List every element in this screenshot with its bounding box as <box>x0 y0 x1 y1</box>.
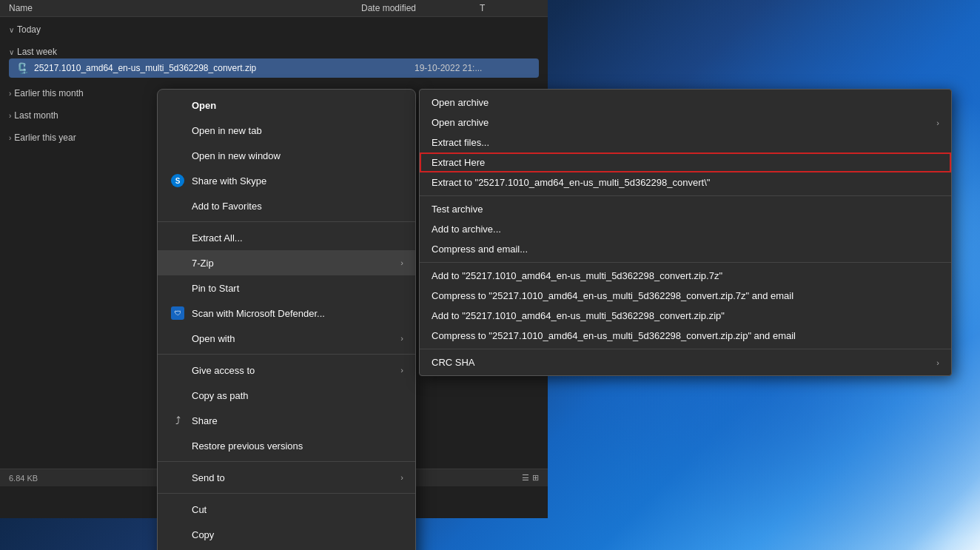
group-last-week-label: Last week <box>17 47 57 57</box>
submenu-7zip: Open archive Open archive › Extract file… <box>419 89 952 376</box>
menu-give-access[interactable]: Give access to › <box>158 358 415 383</box>
submenu-compress-7z-email-label: Compress to "25217.1010_amd64_en-us_mult… <box>432 290 793 301</box>
menu-open-new-tab[interactable]: Open in new tab <box>158 118 415 143</box>
view-grid-icon[interactable]: ⊞ <box>532 473 539 483</box>
extract-all-icon <box>170 229 186 246</box>
menu-share-label: Share <box>192 415 403 426</box>
menu-7zip-label: 7-Zip <box>192 258 400 269</box>
group-today: ∨ Today <box>0 17 548 39</box>
submenu-sep-2 <box>420 262 951 263</box>
menu-cut-label: Cut <box>192 504 403 515</box>
submenu-test-archive-label: Test archive <box>432 204 483 215</box>
menu-send-to[interactable]: Send to › <box>158 465 415 490</box>
menu-open-label: Open <box>192 100 403 111</box>
menu-add-favorites[interactable]: Add to Favorites <box>158 193 415 218</box>
col-date-header[interactable]: Date modified <box>361 3 480 13</box>
chevron-last-week: ∨ <box>9 48 14 56</box>
menu-scan-defender[interactable]: 🛡 Scan with Microsoft Defender... <box>158 301 415 326</box>
submenu-open-archive-2-label: Open archive <box>432 117 489 128</box>
group-last-week-header[interactable]: ∨ Last week <box>9 42 539 58</box>
give-access-arrow: › <box>400 366 403 375</box>
separator-1 <box>158 221 415 222</box>
submenu-compress-7z-email[interactable]: Compress to "25217.1010_amd64_en-us_mult… <box>420 286 951 306</box>
cut-icon <box>170 501 186 517</box>
menu-restore-versions[interactable]: Restore previous versions <box>158 433 415 458</box>
menu-open-with[interactable]: Open with › <box>158 326 415 351</box>
submenu-add-archive-label: Add to archive... <box>432 224 501 235</box>
menu-open-new-tab-label: Open in new tab <box>192 125 403 136</box>
submenu-compress-email[interactable]: Compress and email... <box>420 239 951 259</box>
menu-add-favorites-label: Add to Favorites <box>192 201 403 212</box>
menu-open-new-window-label: Open in new window <box>192 150 403 161</box>
separator-4 <box>158 493 415 494</box>
menu-open-new-window[interactable]: Open in new window <box>158 143 415 168</box>
submenu-extract-here-label: Extract Here <box>432 157 485 168</box>
send-to-icon <box>170 469 186 486</box>
menu-7zip[interactable]: 7-Zip › <box>158 250 415 275</box>
col-name-header[interactable]: Name <box>9 3 361 13</box>
submenu-extract-files-label: Extract files... <box>432 137 489 148</box>
defender-icon: 🛡 <box>170 305 186 321</box>
separator-3 <box>158 461 415 462</box>
menu-share-skype-label: Share with Skype <box>192 175 403 187</box>
menu-open-with-label: Open with <box>192 333 400 344</box>
submenu-extract-to[interactable]: Extract to "25217.1010_amd64_en-us_multi… <box>420 172 951 192</box>
submenu-sep-3 <box>420 349 951 349</box>
skype-icon: S <box>170 172 186 189</box>
file-item-zip[interactable]: 🗜️ 25217.1010_amd64_en-us_multi_5d362298… <box>9 58 539 78</box>
submenu-compress-zip-email[interactable]: Compress to "25217.1010_amd64_en-us_mult… <box>420 326 951 346</box>
menu-cut[interactable]: Cut <box>158 497 415 522</box>
submenu-extract-to-label: Extract to "25217.1010_amd64_en-us_multi… <box>432 177 710 188</box>
submenu-test-archive[interactable]: Test archive <box>420 199 951 219</box>
copy-icon <box>170 526 186 543</box>
chevron-today: ∨ <box>9 26 14 34</box>
submenu-add-zip[interactable]: Add to "25217.1010_amd64_en-us_multi_5d3… <box>420 306 951 326</box>
col-type-header[interactable]: T <box>480 3 539 13</box>
submenu-extract-files[interactable]: Extract files... <box>420 133 951 152</box>
submenu-sep-1 <box>420 195 951 196</box>
column-headers: Name Date modified T <box>0 0 548 17</box>
menu-copy-label: Copy <box>192 529 403 540</box>
menu-restore-versions-label: Restore previous versions <box>192 440 403 452</box>
open-new-window-icon <box>170 147 186 164</box>
restore-icon <box>170 437 186 454</box>
submenu-open-archive-1-label: Open archive <box>432 97 489 108</box>
menu-copy-path[interactable]: Copy as path <box>158 383 415 408</box>
file-date: 19-10-2022 21:... <box>415 63 533 73</box>
crc-sha-arrow: › <box>936 358 939 367</box>
menu-pin-start[interactable]: Pin to Start <box>158 275 415 301</box>
submenu-compress-zip-email-label: Compress to "25217.1010_amd64_en-us_mult… <box>432 330 796 341</box>
open-with-arrow: › <box>400 334 403 343</box>
menu-share[interactable]: ⤴ Share <box>158 408 415 433</box>
status-bar-right: ☰ ⊞ <box>522 473 539 483</box>
share-icon: ⤴ <box>170 412 186 429</box>
7zip-icon <box>170 255 186 271</box>
menu-extract-all-label: Extract All... <box>192 232 403 244</box>
menu-send-to-label: Send to <box>192 472 400 483</box>
group-today-label: Today <box>17 24 41 35</box>
group-today-header[interactable]: ∨ Today <box>9 20 539 36</box>
submenu-extract-here[interactable]: Extract Here <box>420 152 951 172</box>
submenu-open-archive-1[interactable]: Open archive <box>420 93 951 113</box>
favorites-icon <box>170 198 186 214</box>
submenu-add-7z[interactable]: Add to "25217.1010_amd64_en-us_multi_5d3… <box>420 266 951 286</box>
submenu-add-archive[interactable]: Add to archive... <box>420 219 951 239</box>
submenu-crc-sha[interactable]: CRC SHA › <box>420 352 951 372</box>
view-list-icon[interactable]: ☰ <box>522 473 529 483</box>
submenu-open-archive-2[interactable]: Open archive › <box>420 113 951 133</box>
context-menu: Open Open in new tab Open in new window … <box>157 89 416 550</box>
menu-open[interactable]: Open <box>158 93 415 118</box>
menu-pin-start-label: Pin to Start <box>192 283 403 294</box>
menu-copy-path-label: Copy as path <box>192 390 403 401</box>
menu-copy[interactable]: Copy <box>158 522 415 547</box>
submenu-add-7z-label: Add to "25217.1010_amd64_en-us_multi_5d3… <box>432 270 722 281</box>
open-icon <box>170 97 186 113</box>
chevron-earlier-month: › <box>9 90 11 98</box>
file-name: 25217.1010_amd64_en-us_multi_5d362298_co… <box>34 63 415 73</box>
menu-extract-all[interactable]: Extract All... <box>158 225 415 250</box>
group-earlier-month-label: Earlier this month <box>14 88 83 98</box>
status-size: 6.84 KB <box>9 474 38 483</box>
menu-share-skype[interactable]: S Share with Skype <box>158 168 415 193</box>
open-with-icon <box>170 330 186 346</box>
give-access-icon <box>170 362 186 378</box>
